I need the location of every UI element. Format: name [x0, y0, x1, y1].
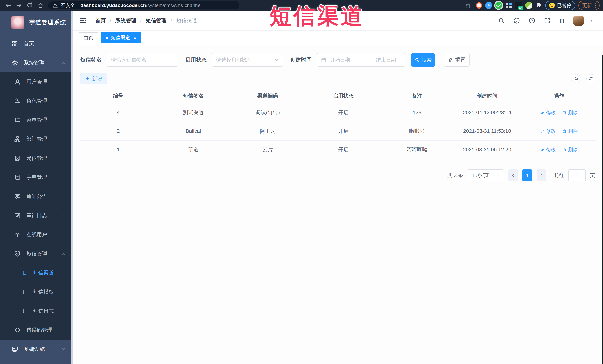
url-path: /system/sms/sms-channel — [146, 3, 202, 8]
warning-icon — [52, 3, 58, 8]
sidebar-item-notice[interactable]: 通知公告 — [0, 187, 73, 206]
date-end-placeholder[interactable]: 结束日期 — [376, 56, 396, 63]
hamburger-icon — [79, 17, 87, 24]
date-start-placeholder[interactable]: 开始日期 — [330, 56, 350, 63]
help-button[interactable]: ? — [528, 17, 536, 25]
prev-page-button[interactable] — [508, 169, 518, 181]
extension-check-icon[interactable] — [495, 2, 502, 9]
sms-channel-table: 编号 短信签名 渠道编码 启用状态 备注 创建时间 操作 4 测试渠道 调试(钉… — [80, 88, 596, 159]
status-select[interactable]: 请选择启用状态 — [212, 53, 283, 66]
sidebar-submenu-block: 用户管理 角色管理 菜单管理 部门管理 岗位管理 字典管理 — [0, 72, 73, 340]
edit-link[interactable]: 修改 — [540, 110, 556, 116]
delete-link[interactable]: 删除 — [562, 110, 578, 116]
sidebar-item-label: 错误码管理 — [26, 327, 52, 334]
sidebar-item-dept-mgmt[interactable]: 部门管理 — [0, 129, 73, 149]
sidebar-item-label: 菜单管理 — [26, 116, 47, 123]
pencil-icon — [540, 110, 545, 115]
tab-close-icon[interactable]: × — [133, 35, 136, 40]
page-content: 短信签名 启用状态 请选择启用状态 创建时间 开始日期 - 结束日期 — [73, 45, 603, 364]
browser-reload-button[interactable] — [25, 1, 35, 10]
tab-sms-channel[interactable]: 短信渠道 × — [101, 33, 141, 43]
edit-link[interactable]: 修改 — [540, 146, 556, 153]
sidebar-item-menu-mgmt[interactable]: 菜单管理 — [0, 110, 73, 129]
active-tab-dot — [106, 36, 108, 39]
col-id: 编号 — [80, 88, 156, 103]
refresh-table-button[interactable] — [587, 74, 595, 83]
user-menu-caret[interactable] — [589, 18, 594, 23]
tab-label: 首页 — [84, 34, 93, 41]
toggle-search-button[interactable] — [572, 74, 581, 83]
sidebar-item-sms-template[interactable]: 短信模板 — [0, 282, 73, 301]
breadcrumb-item[interactable]: 首页 — [95, 17, 106, 24]
goto-label: 前往 — [554, 172, 564, 179]
sidebar-item-sms-mgmt[interactable]: 短信管理 — [0, 244, 73, 263]
sidebar-item-error-code-mgmt[interactable]: 错误码管理 — [0, 320, 73, 340]
reset-button[interactable]: 重置 — [444, 53, 470, 66]
extensions-puzzle-icon[interactable] — [535, 2, 542, 9]
extension-orange-icon[interactable] — [476, 2, 482, 9]
bookmark-star-button[interactable] — [463, 1, 473, 10]
sidebar-item-sms-log[interactable]: 短信日志 — [0, 301, 73, 320]
table-toolbar: 新增 — [80, 73, 596, 84]
page-size-select[interactable]: 10条/页 — [467, 169, 504, 181]
extension-grid-icon[interactable] — [505, 2, 512, 9]
browser-menu-icon[interactable] — [595, 3, 596, 8]
sidebar-item-user-mgmt[interactable]: 用户管理 — [0, 72, 73, 91]
sidebar-scrollbar[interactable] — [71, 11, 73, 364]
gear-icon — [12, 59, 18, 66]
header-search-button[interactable] — [497, 17, 506, 25]
sidebar-item-sms-channel[interactable]: 短信渠道 — [0, 263, 73, 282]
add-button[interactable]: 新增 — [80, 73, 107, 84]
profile-paused-chip[interactable]: 已暂停 — [545, 1, 575, 10]
sidebar-top-block: 芋道管理系统 首页 系统管理 — [0, 11, 73, 72]
delete-link[interactable]: 删除 — [562, 146, 578, 153]
sidebar-item-infrastructure[interactable]: 基础设施 — [0, 340, 73, 359]
on-badge: on — [518, 6, 523, 10]
browser-forward-button[interactable] — [14, 1, 24, 10]
current-page-button[interactable]: 1 — [522, 169, 532, 181]
sidebar-item-home[interactable]: 首页 — [0, 34, 73, 53]
date-range-picker[interactable]: 开始日期 - 结束日期 — [317, 53, 405, 66]
search-button[interactable]: 搜索 — [411, 53, 435, 66]
goto-page-input[interactable] — [568, 169, 586, 181]
org-tree-icon — [14, 136, 21, 143]
cell-id: 2 — [80, 122, 156, 140]
breadcrumb: 首页 / 系统管理 / 短信管理 / 短信渠道 — [95, 17, 197, 24]
edit-label: 修改 — [546, 146, 556, 153]
browser-home-button[interactable] — [36, 1, 45, 10]
cell-code: 调试(钉钉) — [231, 103, 305, 122]
extension-leaf-icon[interactable] — [525, 2, 532, 9]
arrow-right-icon — [16, 2, 22, 9]
breadcrumb-item[interactable]: 系统管理 — [116, 17, 136, 24]
browser-update-chip[interactable]: 更新 — [578, 1, 600, 10]
breadcrumb-item[interactable]: 短信管理 — [146, 17, 167, 24]
sidebar-item-dict-mgmt[interactable]: 字典管理 — [0, 168, 73, 187]
font-size-button[interactable]: tT — [558, 17, 567, 25]
app-logo-row[interactable]: 芋道管理系统 — [0, 11, 73, 34]
browser-back-button[interactable] — [3, 1, 13, 10]
page-size-value: 10条/页 — [472, 172, 489, 179]
search-icon — [574, 76, 579, 81]
user-avatar[interactable] — [573, 16, 583, 26]
github-link[interactable] — [513, 17, 521, 25]
sidebar-item-label: 岗位管理 — [26, 155, 47, 162]
extension-switch-icon[interactable]: on — [515, 2, 522, 9]
sidebar-toggle-button[interactable] — [79, 17, 87, 24]
next-page-button[interactable] — [536, 169, 546, 181]
edit-link[interactable]: 修改 — [540, 128, 556, 134]
extension-pin-icon[interactable] — [485, 2, 492, 9]
page-unit-label: 页 — [590, 172, 595, 179]
pagination: 共 3 条 10条/页 1 前往 页 — [80, 169, 596, 181]
sidebar-item-role-mgmt[interactable]: 角色管理 — [0, 91, 73, 110]
sidebar-item-post-mgmt[interactable]: 岗位管理 — [0, 149, 73, 168]
fullscreen-icon — [544, 17, 550, 24]
sign-input[interactable] — [111, 57, 173, 63]
page-scrollbar[interactable] — [602, 55, 603, 364]
address-bar[interactable]: 不安全 dashboard.yudao.iocoder.cn/system/sm… — [48, 1, 239, 10]
fullscreen-button[interactable] — [543, 17, 551, 25]
sidebar-item-online-users[interactable]: 在线用户 — [0, 225, 73, 244]
sidebar-item-system-mgmt[interactable]: 系统管理 — [0, 53, 73, 72]
sidebar-item-audit-log[interactable]: 审计日志 — [0, 206, 73, 225]
delete-link[interactable]: 删除 — [562, 128, 578, 134]
tab-home[interactable]: 首页 — [79, 33, 98, 43]
